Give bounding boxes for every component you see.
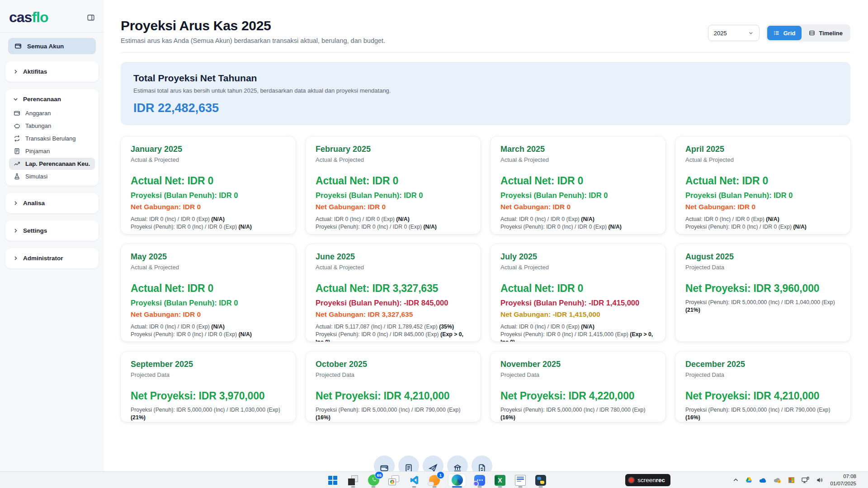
month-mode-label: Projected Data [685, 264, 840, 271]
month-card: November 2025Projected DataNet Proyeksi:… [491, 352, 665, 422]
piggy-bank-icon [14, 122, 20, 129]
month-title: September 2025 [131, 360, 286, 369]
month-projection-value: Proyeksi (Bulan Penuh): IDR 0 [131, 299, 286, 307]
month-detail-line: Proyeksi (Penuh): IDR 0 (Inc) / IDR 0 (E… [685, 223, 840, 231]
account-selector-semua-akun[interactable]: Semua Akun [8, 38, 96, 54]
month-net-value: Actual Net: IDR 0 [685, 175, 840, 187]
search-app-icon [474, 475, 485, 486]
chevron-right-icon [13, 228, 19, 234]
month-combined-value: Net Gabungan: IDR 0 [131, 310, 286, 319]
sidebar-section-administrator[interactable]: Administrator [9, 251, 95, 266]
chevron-right-icon [13, 255, 19, 261]
month-title: June 2025 [316, 252, 471, 262]
month-card: July 2025Actual & ProjectedActual Net: I… [491, 244, 665, 342]
sidebar-group-aktifitas: Aktifitas [5, 61, 99, 82]
google-drive-icon[interactable] [745, 477, 752, 483]
month-title: October 2025 [316, 360, 471, 369]
whatsapp-button[interactable]: 65 [367, 474, 380, 487]
month-card: March 2025Actual & ProjectedActual Net: … [491, 136, 665, 234]
app-logo: casflo [9, 9, 48, 26]
divider [0, 32, 104, 33]
sidebar-section-analisa[interactable]: Analisa [9, 196, 95, 211]
widgets-weather-button[interactable]: 1 [428, 474, 441, 487]
month-card: August 2025Projected DataNet Proyeksi: I… [675, 244, 850, 342]
month-detail-line: Actual: IDR 0 (Inc) / IDR 0 (Exp) (N/A) [500, 216, 656, 223]
month-detail-line: Actual: IDR 0 (Inc) / IDR 0 (Exp) (N/A) [316, 216, 471, 223]
month-projection-value: Proyeksi (Bulan Penuh): IDR 0 [131, 191, 286, 200]
section-label: Administrator [23, 255, 63, 262]
screenshot-tool-icon [388, 475, 399, 485]
month-title: April 2025 [685, 145, 840, 154]
report-viewer-button[interactable] [514, 474, 527, 487]
speaker-icon[interactable] [816, 477, 823, 483]
month-mode-label: Actual & Projected [500, 264, 656, 271]
tray-chevron-up-icon[interactable] [733, 477, 739, 483]
repeat-icon [14, 135, 20, 142]
section-label: Perencanaan [23, 96, 61, 103]
month-card: April 2025Actual & ProjectedActual Net: … [675, 136, 850, 234]
sidebar-group-settings: Settings [5, 221, 99, 241]
legacy-app-icon[interactable] [788, 477, 795, 483]
month-projection-value: Proyeksi (Bulan Penuh): IDR 0 [685, 191, 840, 200]
chevron-right-icon [13, 69, 19, 75]
summary-amount: IDR 22,482,635 [133, 101, 838, 115]
svg-text:!: ! [779, 480, 780, 483]
trending-up-icon [14, 160, 20, 167]
sidebar-section-settings[interactable]: Settings [9, 223, 95, 238]
news-badge: 1 [437, 471, 444, 479]
network-display-icon[interactable] [802, 477, 809, 483]
month-detail-line: Actual: IDR 0 (Inc) / IDR 0 (Exp) (N/A) [685, 216, 840, 223]
search-app-button[interactable] [473, 474, 486, 487]
onedrive-icon[interactable] [759, 477, 767, 483]
month-net-value: Net Proyeksi: IDR 4,210,000 [316, 390, 471, 402]
sidebar-item-lap-perencanaan-keu[interactable]: Lap. Perencanaan Keu. [9, 158, 95, 170]
month-detail-line: Proyeksi (Penuh): IDR 5,000,000 (Inc) / … [131, 406, 286, 422]
month-combined-value: Net Gabungan: IDR 0 [316, 203, 471, 211]
start-button[interactable] [326, 474, 339, 487]
edge-button[interactable] [448, 474, 466, 487]
month-net-value: Actual Net: IDR 3,327,635 [316, 282, 471, 295]
month-projection-value: Proyeksi (Bulan Penuh): -IDR 1,415,000 [500, 299, 656, 307]
excel-button[interactable]: X [494, 474, 506, 487]
file-explorer-button[interactable] [347, 474, 359, 487]
month-card: January 2025Actual & ProjectedActual Net… [121, 136, 296, 234]
month-combined-value: Net Gabungan: IDR 3,327,635 [316, 310, 471, 319]
item-label: Tabungan [25, 122, 51, 129]
month-detail-line: Proyeksi (Penuh): IDR 5,000,000 (Inc) / … [500, 406, 656, 422]
timeline-view-label: Timeline [819, 30, 843, 37]
screenshot-tool-button[interactable] [387, 474, 400, 487]
sidebar-item-anggaran[interactable]: Anggaran [9, 107, 95, 119]
flask-icon [14, 173, 20, 180]
sidebar-section-perencanaan[interactable]: Perencanaan [9, 92, 95, 107]
budget-wallet-icon [14, 110, 20, 117]
sidebar-item-transaksi-berulang[interactable]: Transaksi Berulang [9, 132, 95, 145]
month-net-value: Actual Net: IDR 0 [316, 175, 471, 187]
month-combined-value: Net Gabungan: IDR 0 [685, 203, 840, 211]
vscode-button[interactable] [408, 474, 420, 487]
sidebar-collapse-icon[interactable] [87, 14, 95, 22]
python-app-button[interactable] [534, 474, 547, 487]
sidebar-group-administrator: Administrator [5, 248, 99, 268]
sidebar-item-pinjaman[interactable]: Pinjaman [9, 145, 95, 157]
windows-taskbar: 65 1 X screenrec ! 07:08 01/07/2025 [0, 471, 868, 488]
sidebar-item-tabungan[interactable]: Tabungan [9, 120, 95, 132]
month-card: December 2025Projected DataNet Proyeksi:… [675, 352, 850, 422]
month-combined-value: Net Gabungan: -IDR 1,415,000 [500, 310, 656, 319]
month-detail-line: Actual: IDR 0 (Inc) / IDR 0 (Exp) (N/A) [131, 323, 286, 331]
divider [121, 52, 850, 53]
month-detail-line: Proyeksi (Penuh): IDR 5,000,000 (Inc) / … [685, 406, 840, 422]
clock-time: 07:08 [830, 473, 856, 480]
cloud-sync-warning-icon[interactable]: ! [774, 477, 781, 483]
sidebar-item-simulasi[interactable]: Simulasi [9, 170, 95, 183]
chevron-right-icon [13, 200, 19, 206]
chevron-down-icon [748, 30, 754, 36]
year-select[interactable]: 2025 [708, 25, 760, 41]
screenrec-recorder[interactable]: screenrec [625, 474, 670, 486]
timeline-view-button[interactable]: Timeline [802, 26, 849, 40]
month-mode-label: Projected Data [685, 371, 840, 378]
taskbar-clock[interactable]: 07:08 01/07/2025 [830, 473, 856, 487]
whatsapp-badge: 65 [375, 471, 383, 479]
month-detail-line: Proyeksi (Penuh): IDR 0 (Inc) / IDR 1,41… [500, 331, 656, 342]
grid-view-button[interactable]: Grid [767, 26, 802, 40]
sidebar-section-aktifitas[interactable]: Aktifitas [9, 64, 95, 79]
